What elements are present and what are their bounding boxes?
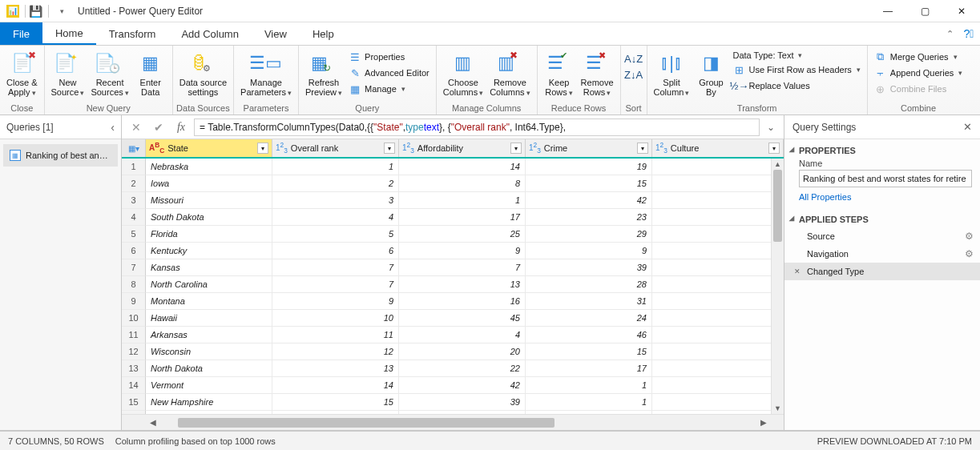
help-tab[interactable]: Help [300, 22, 347, 45]
remove-columns-button[interactable]: ▥✖ Remove Columns▾ [486, 47, 533, 99]
filter-icon[interactable]: ▾ [510, 143, 522, 154]
cell[interactable]: 23 [526, 209, 652, 226]
cell[interactable] [652, 259, 784, 276]
cell[interactable] [652, 192, 784, 209]
cell[interactable]: 6 [272, 243, 399, 259]
cell[interactable] [652, 327, 784, 343]
home-tab[interactable]: Home [42, 22, 96, 45]
split-column-button[interactable]: ⫿|⫿ Split Column▾ [651, 47, 693, 99]
table-row[interactable]: 12Wisconsin122015 [122, 343, 784, 360]
cell[interactable]: 2 [272, 175, 399, 192]
cell[interactable]: 14 [272, 377, 399, 394]
cell[interactable]: 10 [272, 310, 399, 327]
table-row[interactable]: 7Kansas7739 [122, 259, 784, 276]
cell[interactable] [652, 226, 784, 243]
cell[interactable] [652, 276, 784, 293]
qat-dropdown-icon[interactable]: ▾ [54, 3, 70, 19]
step-changed-type[interactable]: Changed Type [784, 263, 980, 280]
row-number[interactable]: 13 [122, 360, 146, 377]
cell[interactable] [652, 243, 784, 259]
cell[interactable]: Florida [146, 226, 272, 243]
manage-button[interactable]: ▦Manage▾ [345, 81, 433, 97]
row-number[interactable]: 1 [122, 159, 146, 175]
scroll-thumb[interactable] [773, 170, 782, 242]
cell[interactable]: 9 [526, 243, 652, 259]
transform-tab[interactable]: Transform [96, 22, 169, 45]
sort-asc-button[interactable]: A↓Z [624, 50, 643, 66]
row-number[interactable]: 8 [122, 276, 146, 293]
table-row[interactable]: 2Iowa2815 [122, 175, 784, 192]
table-row[interactable]: 10Hawaii104524 [122, 310, 784, 327]
table-row[interactable]: 15New Hampshire15391 [122, 394, 784, 411]
new-source-button[interactable]: 📄✦ New Source▾ [48, 47, 88, 99]
append-queries-button[interactable]: ⫟Append Queries▾ [871, 65, 966, 81]
cell[interactable]: Nebraska [146, 159, 272, 175]
table-row[interactable]: 11Arkansas11446 [122, 327, 784, 343]
row-number[interactable]: 14 [122, 377, 146, 394]
properties-section[interactable]: PROPERTIES [784, 139, 980, 159]
cell[interactable]: Vermont [146, 377, 272, 394]
cell[interactable]: Montana [146, 293, 272, 310]
col-header-affordability[interactable]: 123Affordability▾ [399, 139, 526, 157]
cell[interactable] [652, 310, 784, 327]
cell[interactable]: 11 [272, 327, 399, 343]
add-column-tab[interactable]: Add Column [168, 22, 252, 45]
col-header-state[interactable]: ABCState▾ [146, 139, 272, 157]
queries-collapse-icon[interactable]: ‹ [111, 121, 115, 134]
cell[interactable]: 17 [399, 209, 526, 226]
cell[interactable]: 5 [272, 226, 399, 243]
cell[interactable]: 39 [526, 259, 652, 276]
cell[interactable]: Hawaii [146, 310, 272, 327]
table-row[interactable]: 14Vermont14421 [122, 377, 784, 394]
row-number[interactable]: 10 [122, 310, 146, 327]
cell[interactable]: 7 [399, 259, 526, 276]
cell[interactable]: 8 [399, 175, 526, 192]
recent-sources-button[interactable]: 📄🕒 Recent Sources▾ [87, 47, 131, 99]
step-source[interactable]: Source⚙ [784, 227, 980, 245]
filter-icon[interactable]: ▾ [768, 143, 780, 154]
gear-icon[interactable]: ⚙ [965, 231, 974, 242]
cell[interactable]: 1 [526, 377, 652, 394]
group-by-button[interactable]: ◨ Group By [692, 47, 729, 98]
cell[interactable]: Iowa [146, 175, 272, 192]
cell[interactable]: 9 [272, 293, 399, 310]
row-number[interactable]: 15 [122, 394, 146, 411]
minimize-button[interactable]: ― [869, 0, 906, 22]
cell[interactable]: 22 [399, 360, 526, 377]
remove-rows-button[interactable]: ☰✖ Remove Rows▾ [578, 47, 617, 99]
close-apply-button[interactable]: 📄✖ Close & Apply▾ [3, 47, 41, 99]
cell[interactable] [652, 360, 784, 377]
cell[interactable] [652, 394, 784, 411]
cell[interactable]: 3 [272, 192, 399, 209]
applied-steps-section[interactable]: APPLIED STEPS [784, 208, 980, 227]
gear-icon[interactable]: ⚙ [965, 248, 974, 259]
scroll-thumb-h[interactable] [178, 418, 555, 428]
cell[interactable]: 42 [399, 377, 526, 394]
properties-button[interactable]: ☰Properties [345, 49, 433, 65]
all-properties-link[interactable]: All Properties [784, 192, 980, 208]
cell[interactable]: 9 [399, 243, 526, 259]
cell[interactable]: Kansas [146, 259, 272, 276]
table-row[interactable]: 1Nebraska11419 [122, 159, 784, 175]
cell[interactable]: 19 [526, 159, 652, 175]
cell[interactable] [652, 377, 784, 394]
vertical-scrollbar[interactable]: ▲ ▼ [771, 159, 784, 414]
col-header-culture[interactable]: 123Culture▾ [652, 139, 784, 157]
cell[interactable] [652, 159, 784, 175]
table-row[interactable]: 13North Dakota132217 [122, 360, 784, 377]
cell[interactable]: 25 [399, 226, 526, 243]
file-tab[interactable]: File [0, 22, 42, 45]
table-row[interactable]: 4South Dakota41723 [122, 209, 784, 226]
data-type-button[interactable]: Data Type: Text▾ [729, 49, 863, 62]
close-window-button[interactable]: ✕ [943, 0, 980, 22]
table-row[interactable]: 8North Carolina71328 [122, 276, 784, 293]
row-number[interactable]: 12 [122, 343, 146, 360]
cell[interactable]: Missouri [146, 192, 272, 209]
scroll-down-icon[interactable]: ▼ [772, 403, 784, 414]
data-source-settings-button[interactable]: 🛢⚙ Data source settings [176, 47, 230, 98]
cell[interactable]: 46 [526, 327, 652, 343]
cell[interactable]: 7 [272, 259, 399, 276]
row-number[interactable]: 7 [122, 259, 146, 276]
filter-icon[interactable]: ▾ [257, 143, 268, 154]
cell[interactable] [652, 175, 784, 192]
